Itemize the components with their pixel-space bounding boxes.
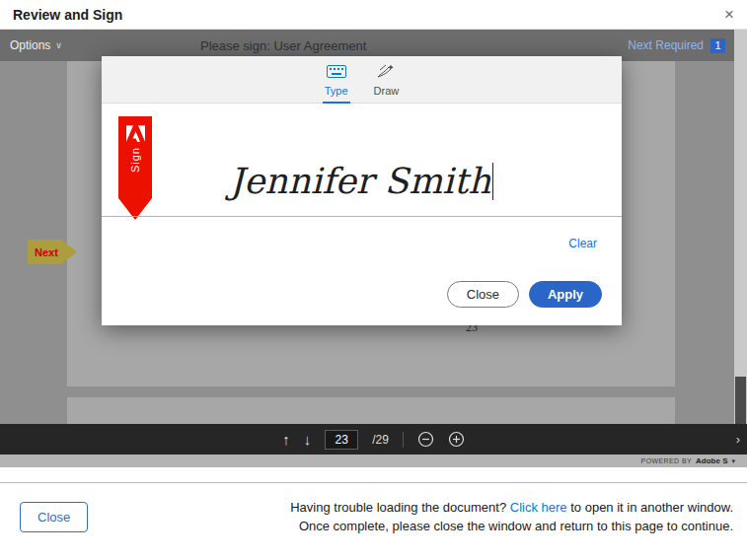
clear-link[interactable]: Clear [568, 237, 597, 250]
next-required[interactable]: Next Required 1 [628, 30, 725, 61]
text-cursor [492, 163, 493, 200]
caret-down-icon: ▾ [731, 457, 735, 465]
keyboard-icon [327, 64, 346, 82]
page-total-label: /29 [372, 433, 389, 447]
dialog-title: Review and Sign [13, 7, 122, 23]
powered-by-strip: POWERED BY Adobe S ▾ [0, 455, 747, 467]
signature-close-button[interactable]: Close [447, 281, 519, 308]
signature-value: Jennifer Smith [230, 161, 491, 201]
signature-tab-bar: Type Draw [102, 56, 622, 104]
next-field-arrow-label: Next [35, 246, 58, 258]
tab-draw-label: Draw [374, 85, 400, 97]
chevron-down-icon: ∨ [55, 40, 62, 50]
options-dropdown[interactable]: Options ∨ [10, 30, 62, 61]
options-label: Options [10, 38, 50, 52]
close-icon[interactable]: × [724, 6, 734, 23]
document-page-next [67, 397, 675, 424]
previous-page-icon[interactable]: ↑ [282, 432, 290, 447]
signature-actions: Close Apply [447, 281, 602, 308]
page-footer: Close Having trouble loading the documen… [0, 482, 747, 560]
next-required-badge: 1 [710, 38, 725, 53]
viewer-toolbar: ↑ ↓ 23 /29 › [0, 424, 747, 455]
click-here-link[interactable]: Click here [510, 500, 567, 515]
footer-help-text: Having trouble loading the document? Cli… [290, 498, 733, 535]
signature-area: Sign Jennifer Smith Clear Close Apply [102, 104, 622, 324]
scrollbar-thumb[interactable] [735, 377, 746, 424]
trouble-suffix: to open it in another window. [570, 500, 733, 515]
signature-input[interactable]: Jennifer Smith [102, 161, 622, 201]
tab-type-label: Type [325, 85, 348, 97]
signature-baseline [102, 216, 622, 217]
scrollbar[interactable] [734, 30, 747, 424]
pen-icon [377, 64, 395, 82]
dialog-header: Review and Sign × [0, 0, 747, 30]
toolbar-divider [403, 432, 404, 448]
signature-dialog: Type Draw Sign Jennifer Smith Clear Clos [102, 56, 622, 325]
next-required-label: Next Required [628, 38, 704, 52]
apply-button[interactable]: Apply [529, 281, 602, 308]
adobe-logo-icon [126, 125, 145, 142]
zoom-out-icon[interactable] [417, 431, 434, 448]
trouble-prefix: Having trouble loading the document? [290, 500, 506, 515]
zoom-in-icon[interactable] [448, 431, 465, 448]
tab-type[interactable]: Type [325, 56, 348, 103]
powered-by-label: POWERED BY [641, 457, 692, 464]
footer-help-line2: Once complete, please close the window a… [290, 517, 733, 535]
brand-label: Adobe S [696, 456, 727, 465]
footer-help-line1: Having trouble loading the document? Cli… [290, 498, 733, 517]
next-page-icon[interactable]: ↓ [304, 432, 312, 447]
page-number-input[interactable]: 23 [325, 430, 358, 450]
toolbar-expand-icon[interactable]: › [736, 432, 740, 447]
tab-draw[interactable]: Draw [374, 56, 400, 103]
footer-close-button[interactable]: Close [20, 502, 88, 532]
